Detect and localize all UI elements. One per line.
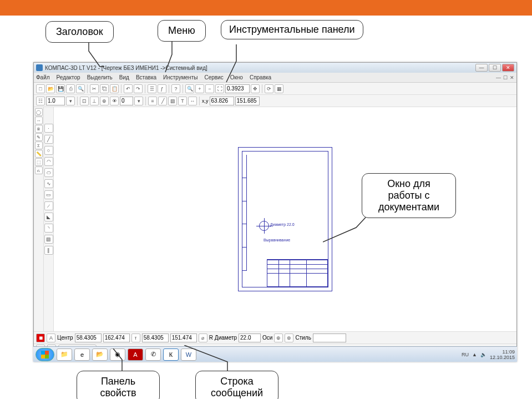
print-icon[interactable]: ⎙ xyxy=(66,84,75,93)
scale-input[interactable] xyxy=(46,97,65,105)
help-icon[interactable]: ? xyxy=(171,84,180,93)
edit-icon[interactable]: ✎ xyxy=(35,133,43,141)
equid-icon[interactable]: ∥ xyxy=(44,246,53,255)
style-icon[interactable]: ≡ xyxy=(148,97,157,105)
word-task-icon[interactable]: W xyxy=(181,349,196,361)
kompas-task-icon[interactable]: К xyxy=(163,349,179,361)
ie-task-icon[interactable]: e xyxy=(74,349,90,361)
point-icon[interactable]: · xyxy=(44,124,53,133)
zoom-value-input[interactable] xyxy=(225,84,250,93)
variables-icon[interactable]: ƒ xyxy=(158,84,166,93)
menu-tools[interactable]: Инструменты xyxy=(163,74,197,80)
folder2-task-icon[interactable]: 📂 xyxy=(92,349,108,361)
arc-icon[interactable]: ◠ xyxy=(44,157,53,166)
pan-icon[interactable]: ✥ xyxy=(251,84,260,93)
assoc-icon[interactable]: ⎌ xyxy=(35,166,43,174)
params-icon[interactable]: Σ xyxy=(35,142,43,149)
rect-icon[interactable]: ▭ xyxy=(44,190,53,199)
dimensions-icon[interactable]: ↔ xyxy=(35,117,43,124)
local-cs-icon[interactable]: ⊕ xyxy=(100,97,109,105)
dropdown-icon[interactable]: ▾ xyxy=(66,97,75,105)
center-y-input[interactable] xyxy=(103,334,130,342)
mdi-restore[interactable]: ☐ xyxy=(503,75,508,80)
diameter-lock-icon[interactable]: ⌀ xyxy=(199,334,207,342)
redo-icon[interactable]: ↷ xyxy=(134,84,143,93)
title-block[interactable] xyxy=(267,259,328,287)
undo-icon[interactable]: ↶ xyxy=(124,84,133,93)
maximize-button[interactable]: ☐ xyxy=(489,64,501,72)
zoom-fit-icon[interactable]: ⛶ xyxy=(215,84,224,93)
grid-icon[interactable]: ▦ xyxy=(275,84,283,93)
refresh-icon[interactable]: ⟳ xyxy=(265,84,273,93)
zoom-out-icon[interactable]: − xyxy=(205,84,214,93)
fillet-icon[interactable]: ◝ xyxy=(44,224,53,233)
mdi-close[interactable]: ✕ xyxy=(510,75,514,80)
style-select[interactable] xyxy=(313,334,346,342)
select-icon[interactable]: ⬚ xyxy=(35,158,43,166)
menu-edit[interactable]: Редактор xyxy=(57,74,80,80)
cut-icon[interactable]: ✂ xyxy=(90,84,99,93)
menu-file[interactable]: Файл xyxy=(36,74,50,80)
tray-flag-icon[interactable]: ▲ xyxy=(472,352,477,357)
segment-icon[interactable]: ╱ xyxy=(44,135,53,144)
menu-window[interactable]: Окно xyxy=(230,74,243,80)
diameter-input[interactable] xyxy=(239,334,261,342)
copy-icon[interactable]: ⿻ xyxy=(100,84,109,93)
menu-view[interactable]: Вид xyxy=(119,74,129,80)
circle-icon[interactable]: ○ xyxy=(44,146,53,155)
skype-task-icon[interactable]: ✆ xyxy=(145,349,161,361)
text-icon[interactable]: T xyxy=(178,97,187,105)
library-icon[interactable]: ☰ xyxy=(148,84,156,93)
layer-input[interactable] xyxy=(120,97,133,105)
hatch-tool-icon[interactable]: ▨ xyxy=(44,235,53,244)
minimize-button[interactable]: — xyxy=(475,64,488,72)
new-icon[interactable]: □ xyxy=(36,84,45,93)
menu-help[interactable]: Справка xyxy=(250,74,271,80)
polyline-icon[interactable]: ⟋ xyxy=(44,201,53,210)
chrome-task-icon[interactable]: ◉ xyxy=(110,349,125,361)
tray-net-icon[interactable]: 🔈 xyxy=(480,352,487,357)
ortho-icon[interactable]: ⊥ xyxy=(90,97,99,105)
measure-icon[interactable]: 📏 xyxy=(35,150,43,158)
dropdown-icon[interactable]: ▾ xyxy=(134,97,143,105)
stop-icon[interactable]: ⏹ xyxy=(36,334,45,342)
spline-icon[interactable]: ∿ xyxy=(44,179,53,188)
layer-icon[interactable]: ☷ xyxy=(36,97,45,105)
view-icon[interactable]: 👁 xyxy=(110,97,119,105)
lang-indicator[interactable]: RU xyxy=(462,352,469,357)
coord-x-input[interactable] xyxy=(210,97,234,105)
adobe-task-icon[interactable]: A xyxy=(128,349,143,361)
symbols-icon[interactable]: ※ xyxy=(35,125,43,133)
geometry-icon[interactable]: ◯ xyxy=(35,108,43,116)
menu-insert[interactable]: Вставка xyxy=(136,74,156,80)
zoom-window-icon[interactable]: 🔍 xyxy=(185,84,194,93)
auto-icon[interactable]: A xyxy=(47,334,55,342)
coord-y-input[interactable] xyxy=(235,97,260,105)
chamfer-icon[interactable]: ◣ xyxy=(44,213,53,221)
titlebar[interactable]: КОМПАС-3D LT V12 - [Чертеж БЕЗ ИМЕНИ1 ->… xyxy=(34,63,516,73)
snap-icon[interactable]: ⊡ xyxy=(80,97,89,105)
point-x-input[interactable] xyxy=(142,334,169,342)
point-lock-icon[interactable]: т xyxy=(131,334,140,342)
menu-select[interactable]: Выделить xyxy=(87,74,113,80)
center-x-input[interactable] xyxy=(75,334,102,342)
zoom-in-icon[interactable]: + xyxy=(195,84,204,93)
clock-time[interactable]: 11:09 xyxy=(490,349,515,355)
close-button[interactable]: ✕ xyxy=(502,64,514,72)
hatch-icon[interactable]: ▨ xyxy=(168,97,177,105)
preview-icon[interactable]: 🔍 xyxy=(76,84,85,93)
ellipse-icon[interactable]: ⬭ xyxy=(44,168,53,177)
save-icon[interactable]: 💾 xyxy=(56,84,65,93)
line-icon[interactable]: ╱ xyxy=(158,97,167,105)
start-button[interactable] xyxy=(36,348,54,361)
axes-on-icon[interactable]: ⊗ xyxy=(285,334,293,342)
axes-off-icon[interactable]: ⊕ xyxy=(274,334,283,342)
mdi-minimize[interactable]: — xyxy=(496,75,501,80)
document-canvas[interactable]: Диаметр 22.0 Выравнивание xyxy=(54,107,516,331)
explorer-task-icon[interactable]: 📁 xyxy=(57,349,72,361)
menu-service[interactable]: Сервис xyxy=(204,74,223,80)
paste-icon[interactable]: 📋 xyxy=(110,84,119,93)
dim-icon[interactable]: ↔ xyxy=(188,97,197,105)
open-icon[interactable]: 📂 xyxy=(46,84,55,93)
point-y-input[interactable] xyxy=(170,334,197,342)
